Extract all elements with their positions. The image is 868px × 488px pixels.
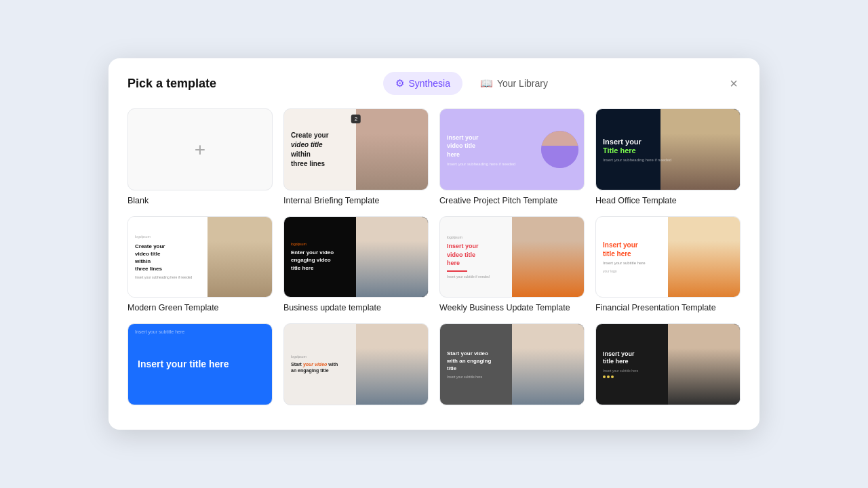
mg-sub-text: Insert your subheading here if needed xyxy=(135,275,201,279)
fp-person xyxy=(668,217,740,297)
template-business-update-label: Business update template xyxy=(283,303,429,312)
template-city-presenter[interactable]: Start your videowith an engagingtitle In… xyxy=(439,323,585,410)
ho-person-silhouette xyxy=(660,109,740,189)
wb-person xyxy=(512,217,584,297)
template-financial-label: Financial Presentation Template xyxy=(595,303,741,312)
template-weekly-business-thumb: logolpsum Insert yourvideo titlehere Ins… xyxy=(439,216,585,298)
library-icon: 📖 xyxy=(480,77,493,89)
template-internal-briefing-thumb: 2 Create yourvideo titlewithinthree line… xyxy=(283,108,429,190)
template-modern-green-thumb: logolpsum Create yourvideo titlewithinth… xyxy=(127,216,273,298)
mg-title-text: Create yourvideo titlewithinthree lines xyxy=(135,243,201,273)
creative-person xyxy=(541,131,578,168)
city-title-text: Start your videowith an engagingtitle xyxy=(447,350,505,373)
template-blue-title[interactable]: Insert your title here Insert your subti… xyxy=(127,323,273,410)
template-blank-label: Blank xyxy=(127,196,273,205)
dp-sub-text: Insert your subtitle here xyxy=(603,369,661,373)
city-right xyxy=(512,324,584,404)
template-head-office-label: Head Office Template xyxy=(595,196,741,205)
template-business-update-thumb: logolpsum Enter your videoengaging video… xyxy=(283,216,429,298)
dp-title-text: Insert yourtitle here xyxy=(603,350,661,366)
template-modern-green[interactable]: logolpsum Create yourvideo titlewithinth… xyxy=(127,216,273,312)
template-internal-briefing[interactable]: 2 Create yourvideo titlewithinthree line… xyxy=(283,108,429,205)
dark-presenter-right xyxy=(668,324,740,404)
bt-title-text: Insert your title here xyxy=(138,358,229,370)
template-weekly-business[interactable]: logolpsum Insert yourvideo titlehere Ins… xyxy=(439,216,585,312)
plus-icon: + xyxy=(195,139,205,161)
wb-title-text: Insert yourvideo titlehere xyxy=(447,242,505,268)
head-office-text: Insert yourTitle here Insert your subhea… xyxy=(603,137,671,161)
financial-right xyxy=(668,217,740,297)
template-financial[interactable]: Insert yourtitle here Insert your subtit… xyxy=(595,216,741,312)
template-blank[interactable]: + Blank xyxy=(127,108,273,205)
template-financial-thumb: Insert yourtitle here Insert your subtit… xyxy=(595,216,741,298)
engaging-right xyxy=(356,324,428,404)
creative-subtitle-text: Insert your subheading here if needed xyxy=(447,162,529,166)
city-text-area: Start your videowith an engagingtitle In… xyxy=(440,343,512,386)
dp-dot-2 xyxy=(607,375,610,378)
template-head-office-thumb: Insert yourTitle here Insert your subhea… xyxy=(595,108,741,190)
fp-title-text: Insert yourtitle here xyxy=(603,241,661,258)
head-office-sub: Insert your subheading here if needed xyxy=(603,158,671,162)
template-picker-modal: Pick a template ⚙ Synthesia 📖 Your Libra… xyxy=(108,58,760,429)
et-logo: logolpsum xyxy=(291,354,349,359)
dp-dot-3 xyxy=(611,375,614,378)
wb-sub-text: Insert your subtitle if needed xyxy=(447,274,505,279)
creative-title-text: Insert yourvideo titlehere xyxy=(447,134,529,159)
modern-green-right xyxy=(208,217,272,297)
template-creative-label: Creative Project Pitch Template xyxy=(439,196,585,205)
dark-presenter-text: Insert yourtitle here Insert your subtit… xyxy=(596,344,668,385)
template-engaging-thumb: logolpsum Start your video withan engagi… xyxy=(283,323,429,405)
template-head-office[interactable]: Insert yourTitle here Insert your subhea… xyxy=(595,108,741,205)
head-office-person xyxy=(660,109,740,189)
template-city-thumb: Start your videowith an engagingtitle In… xyxy=(439,323,585,405)
internal-briefing-text: Create yourvideo titlewithinthree lines xyxy=(291,131,349,169)
financial-text: Insert yourtitle here Insert your subtit… xyxy=(596,234,668,280)
internal-badge: 2 xyxy=(351,115,361,123)
template-dark-presenter[interactable]: Insert yourtitle here Insert your subtit… xyxy=(595,323,741,410)
template-business-update[interactable]: logolpsum Enter your videoengaging video… xyxy=(283,216,429,312)
tab-library-label: Your Library xyxy=(497,78,548,89)
tab-synthesia[interactable]: ⚙ Synthesia xyxy=(383,72,462,95)
mg-logo: logolpsum xyxy=(135,235,201,239)
modal-header: Pick a template ⚙ Synthesia 📖 Your Libra… xyxy=(108,58,760,95)
template-blank-thumb: + xyxy=(127,108,273,190)
dp-dots xyxy=(603,375,661,378)
template-creative-thumb: Insert yourvideo titlehere Insert your s… xyxy=(439,108,585,190)
weekly-business-right xyxy=(512,217,584,297)
et-person xyxy=(356,324,428,404)
creative-text-area: Insert yourvideo titlehere Insert your s… xyxy=(440,127,536,173)
dp-person xyxy=(668,324,740,404)
template-grid: + Blank 2 Create yourvideo titlewithinth… xyxy=(127,108,741,410)
city-person xyxy=(512,324,584,404)
fp-sub-text: Insert your subtitle here xyxy=(603,261,661,265)
tab-synthesia-label: Synthesia xyxy=(408,78,450,89)
internal-person xyxy=(356,109,428,189)
bu-person xyxy=(356,217,428,297)
tab-your-library[interactable]: 📖 Your Library xyxy=(468,72,560,95)
template-engaging[interactable]: logolpsum Start your video withan engagi… xyxy=(283,323,429,410)
close-button[interactable]: × xyxy=(727,74,741,93)
weekly-business-text: logolpsum Insert yourvideo titlehere Ins… xyxy=(440,228,512,285)
template-dark-presenter-thumb: Insert yourtitle here Insert your subtit… xyxy=(595,323,741,405)
tab-bar: ⚙ Synthesia 📖 Your Library xyxy=(383,72,559,95)
synthesia-icon: ⚙ xyxy=(395,77,404,89)
template-creative-project[interactable]: Insert yourvideo titlehere Insert your s… xyxy=(439,108,585,205)
person-silhouette xyxy=(356,109,428,189)
bu-logo: logolpsum xyxy=(291,242,349,246)
modern-green-text: logolpsum Create yourvideo titlewithinth… xyxy=(128,217,208,297)
template-weekly-business-label: Weekly Business Update Template xyxy=(439,303,585,312)
business-update-right xyxy=(356,217,428,297)
et-title-text: Start your video withan engaging title xyxy=(291,361,349,375)
wb-line xyxy=(447,270,467,272)
city-sub-text: Insert your subtitle here xyxy=(447,375,505,379)
dp-dot-1 xyxy=(603,375,606,378)
business-update-text: logolpsum Enter your videoengaging video… xyxy=(284,235,356,279)
template-internal-briefing-label: Internal Briefing Template xyxy=(283,196,429,205)
template-modern-green-label: Modern Green Template xyxy=(127,303,273,312)
template-blue-title-thumb: Insert your title here Insert your subti… xyxy=(127,323,273,405)
template-grid-container: + Blank 2 Create yourvideo titlewithinth… xyxy=(108,95,760,429)
creative-avatar xyxy=(541,131,578,168)
modal-title: Pick a template xyxy=(127,77,216,91)
mg-person xyxy=(208,217,272,297)
head-office-title: Insert yourTitle here xyxy=(603,137,671,155)
